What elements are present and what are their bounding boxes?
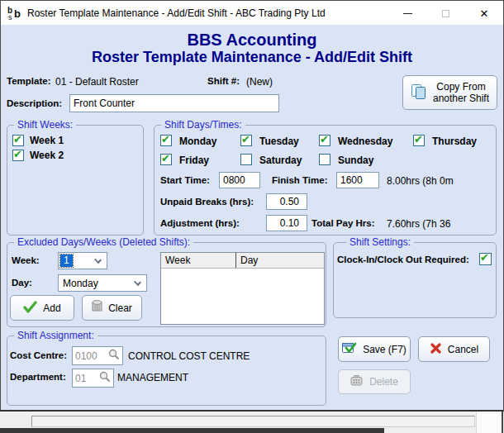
department-label: Department: [10, 372, 66, 382]
cancel-button[interactable]: Cancel [418, 336, 490, 362]
chevron-down-icon [94, 256, 102, 264]
add-button-label: Add [43, 302, 60, 314]
shift-days-legend: Shift Days/Times: [161, 119, 245, 131]
adjustment-label: Adjustment (hrs): [160, 218, 240, 228]
excluded-shifts-table-header: Week Day [161, 253, 324, 269]
unpaid-breaks-label: Unpaid Breaks (hrs): [160, 197, 254, 207]
svg-text:s: s [8, 13, 12, 21]
screen-artifact [0, 428, 384, 433]
finish-time-label: Finish Time: [272, 175, 328, 185]
cost-centre-name: CONTROL COST CENTRE [128, 350, 250, 362]
sunday-checkbox[interactable] [319, 154, 330, 165]
delete-button-label: Delete [369, 376, 398, 388]
red-x-icon [430, 342, 442, 357]
wednesday-checkbox[interactable] [319, 135, 330, 146]
minimize-button[interactable] [388, 1, 426, 26]
week2-label: Week 2 [30, 150, 64, 161]
magnifier-icon[interactable] [108, 349, 120, 363]
monday-label: Monday [179, 136, 216, 147]
cost-centre-field[interactable]: 0100 [72, 346, 123, 365]
delete-button[interactable]: Delete [338, 369, 411, 394]
background-status-bar [0, 412, 504, 433]
status-panel [31, 416, 475, 427]
start-time-input[interactable] [219, 172, 260, 188]
friday-label: Friday [179, 155, 209, 166]
excluded-day-dropdown[interactable]: Monday [58, 274, 147, 292]
clock-in-out-label: Clock-In/Clock Out Required: [337, 255, 469, 264]
maximize-button[interactable] [426, 1, 464, 26]
save-button[interactable]: Save (F7) [338, 336, 411, 362]
unpaid-breaks-input[interactable] [266, 193, 307, 210]
excluded-week-label: Week: [12, 255, 40, 265]
cancel-button-label: Cancel [448, 344, 478, 355]
close-button[interactable]: ✕ [464, 1, 504, 26]
close-icon: ✕ [480, 7, 489, 20]
template-value: 01 - Default Roster [55, 76, 139, 88]
title-bar: b s b Roster Template Maintenance - Add/… [0, 0, 504, 25]
bbs-logo-icon: b s b [7, 6, 23, 24]
cost-centre-label: Cost Centre: [10, 350, 67, 360]
save-button-label: Save (F7) [363, 344, 407, 355]
background-window-edge [502, 412, 503, 433]
monday-checkbox[interactable] [160, 135, 172, 146]
column-header-week: Week [161, 253, 236, 268]
copy-pages-icon [411, 83, 427, 102]
department-code: 01 [75, 373, 86, 384]
save-check-icon [342, 341, 357, 357]
add-button[interactable]: Add [10, 295, 74, 321]
excluded-days-legend: Excluded Days/Weeks (Deleted Shifts): [14, 236, 193, 249]
start-time-label: Start Time: [160, 175, 210, 185]
shift-settings-legend: Shift Settings: [346, 236, 414, 249]
week1-checkbox[interactable] [12, 135, 24, 146]
grey-delete-icon [350, 375, 364, 389]
thursday-checkbox[interactable] [413, 135, 425, 146]
excluded-week-value: 1 [60, 255, 73, 267]
total-pay-text: 7.60hrs (7h 36 [387, 218, 495, 230]
window-title: Roster Template Maintenance - Add/Edit S… [27, 1, 326, 26]
clock-in-out-checkbox[interactable] [479, 253, 492, 265]
adjustment-input[interactable] [266, 215, 307, 231]
page-title: Roster Template Maintenance - Add/Edit S… [0, 49, 504, 66]
background-scrollbar [476, 412, 502, 433]
excluded-shifts-table[interactable]: Week Day [160, 252, 325, 325]
minimize-icon [403, 13, 412, 14]
friday-checkbox[interactable] [160, 154, 172, 165]
total-pay-label: Total Pay Hrs: [311, 218, 374, 228]
week2-checkbox[interactable] [12, 150, 24, 161]
app-title: BBS Accounting [0, 31, 504, 50]
tuesday-label: Tuesday [259, 136, 299, 147]
cost-centre-code: 0100 [75, 350, 97, 362]
shift-number-label: Shift #: [207, 76, 240, 86]
template-label: Template: [7, 76, 50, 86]
clear-button[interactable]: Clear [82, 295, 142, 321]
magnifier-icon[interactable] [99, 371, 111, 385]
shift-weeks-legend: Shift Weeks: [14, 119, 76, 131]
clear-button-label: Clear [108, 302, 132, 314]
finish-time-input[interactable] [336, 172, 379, 188]
thursday-label: Thursday [432, 136, 477, 147]
wednesday-label: Wednesday [338, 136, 392, 147]
description-input[interactable] [69, 94, 279, 112]
excluded-day-label: Day: [12, 278, 32, 288]
copy-from-shift-button[interactable]: Copy From another Shift [402, 75, 497, 110]
excluded-week-dropdown[interactable]: 1 [58, 252, 107, 269]
excluded-day-value: Monday [63, 278, 98, 289]
week1-label: Week 1 [30, 135, 64, 146]
shift-weeks-group: Shift Weeks: [7, 125, 144, 236]
column-header-day: Day [236, 253, 324, 268]
saturday-checkbox[interactable] [240, 154, 252, 165]
department-field[interactable]: 01 [72, 369, 114, 388]
shift-assignment-legend: Shift Assignment: [14, 330, 97, 342]
description-label: Description: [7, 98, 62, 108]
green-check-icon [23, 301, 37, 316]
shift-duration-text: 8.00hrs (8h 0m [387, 175, 495, 187]
svg-text:b: b [14, 7, 21, 20]
chevron-down-icon [134, 278, 141, 286]
maximize-icon [442, 10, 449, 17]
department-name: MANAGEMENT [117, 372, 188, 383]
tuesday-checkbox[interactable] [240, 135, 252, 146]
shift-assignment-group: Shift Assignment: [7, 335, 326, 406]
shift-number-value: (New) [246, 76, 273, 88]
sunday-label: Sunday [338, 155, 373, 166]
shift-settings-group: Shift Settings: [333, 242, 497, 318]
